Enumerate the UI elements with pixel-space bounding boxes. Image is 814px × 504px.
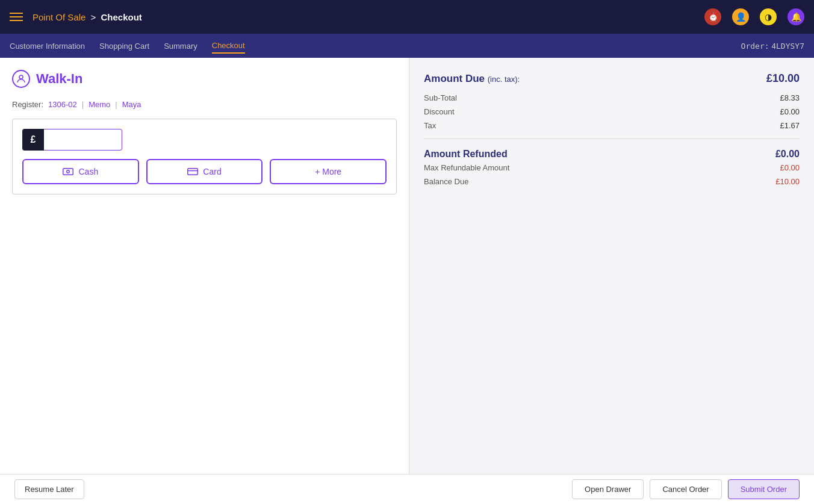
svg-rect-1 [63,169,73,175]
pos-link[interactable]: Point Of Sale [33,12,85,22]
sub-total-label: Sub-Total [424,93,457,102]
order-id: Order: 4LDYSY7 [741,42,804,51]
max-refundable-label: Max Refundable Amount [424,163,509,172]
currency-badge: £ [22,129,44,151]
header-icons: ⏰ 👤 ◑ 🔔 [704,8,804,25]
svg-point-0 [19,75,23,79]
breadcrumb: Point Of Sale > Checkout [33,12,142,22]
customer-avatar [12,70,30,88]
submit-order-button[interactable]: Submit Order [728,479,800,499]
tab-summary[interactable]: Summary [164,39,197,53]
right-panel: Amount Due (inc. tax): £10.00 Sub-Total … [409,58,814,474]
customer-header: Walk-In [12,70,397,88]
order-id-value: 4LDYSY7 [771,42,804,51]
amount-due-row: Amount Due (inc. tax): £10.00 [424,72,800,85]
memo-link[interactable]: Memo [89,100,110,109]
main-content: Walk-In Register: 1306-02 | Memo | Maya … [0,58,814,474]
amount-refunded-value: £0.00 [775,149,800,160]
header-left: Point Of Sale > Checkout [10,12,142,22]
svg-rect-3 [188,169,198,175]
balance-due-row: Balance Due £10.00 [424,176,800,187]
register-label: Register: [12,100,43,109]
customer-name: Walk-In [36,71,82,87]
discount-value: £0.00 [780,107,800,116]
payment-section: £ Cash Card [12,119,397,194]
inc-tax: (inc. tax): [488,75,520,84]
pie-icon[interactable]: ◑ [760,8,777,25]
balance-due-value: £10.00 [775,177,800,186]
card-button[interactable]: Card [146,159,263,184]
payment-buttons: Cash Card + More [22,159,387,184]
footer-left: Resume Later [14,479,84,499]
tax-value: £1.67 [780,121,800,130]
tax-label: Tax [424,121,436,130]
bell-icon[interactable]: 🔔 [788,8,804,25]
amount-refunded-label: Amount Refunded [424,149,508,160]
breadcrumb-separator: > [91,12,96,22]
tab-checkout[interactable]: Checkout [212,39,245,54]
tab-customer-information[interactable]: Customer Information [10,39,85,53]
nav-tabs: Customer Information Shopping Cart Summa… [0,34,814,58]
amount-input[interactable] [44,129,122,151]
user-icon[interactable]: 👤 [732,8,749,25]
amount-input-row: £ [22,129,387,151]
tab-shopping-cart[interactable]: Shopping Cart [99,39,149,53]
footer-right: Open Drawer Cancel Order Submit Order [572,479,800,499]
cancel-order-button[interactable]: Cancel Order [650,479,721,499]
hamburger-menu[interactable] [10,13,23,21]
customer-meta: Register: 1306-02 | Memo | Maya [12,100,397,109]
footer: Resume Later Open Drawer Cancel Order Su… [0,474,814,504]
tax-row: Tax £1.67 [424,120,800,131]
app-header: Point Of Sale > Checkout ⏰ 👤 ◑ 🔔 [0,0,814,34]
amount-due-value: £10.00 [766,72,800,85]
cash-button[interactable]: Cash [22,159,139,184]
breadcrumb-checkout: Checkout [101,12,142,22]
left-panel: Walk-In Register: 1306-02 | Memo | Maya … [0,58,409,474]
sub-total-row: Sub-Total £8.33 [424,92,800,104]
resume-later-button[interactable]: Resume Later [14,479,84,499]
discount-row: Discount £0.00 [424,106,800,117]
max-refundable-value: £0.00 [780,163,800,172]
divider [424,138,800,139]
open-drawer-button[interactable]: Open Drawer [572,479,644,499]
clock-icon[interactable]: ⏰ [704,8,721,25]
max-refundable-row: Max Refundable Amount £0.00 [424,162,800,173]
amount-refunded-row: Amount Refunded £0.00 [424,149,800,160]
user-link[interactable]: Maya [122,100,141,109]
nav-tabs-left: Customer Information Shopping Cart Summa… [10,39,245,54]
svg-point-2 [67,170,70,173]
more-button[interactable]: + More [270,159,387,184]
balance-due-label: Balance Due [424,177,468,186]
register-value: 1306-02 [48,100,77,109]
discount-label: Discount [424,107,455,116]
sub-total-value: £8.33 [780,93,800,102]
amount-due-label: Amount Due (inc. tax): [424,73,520,85]
